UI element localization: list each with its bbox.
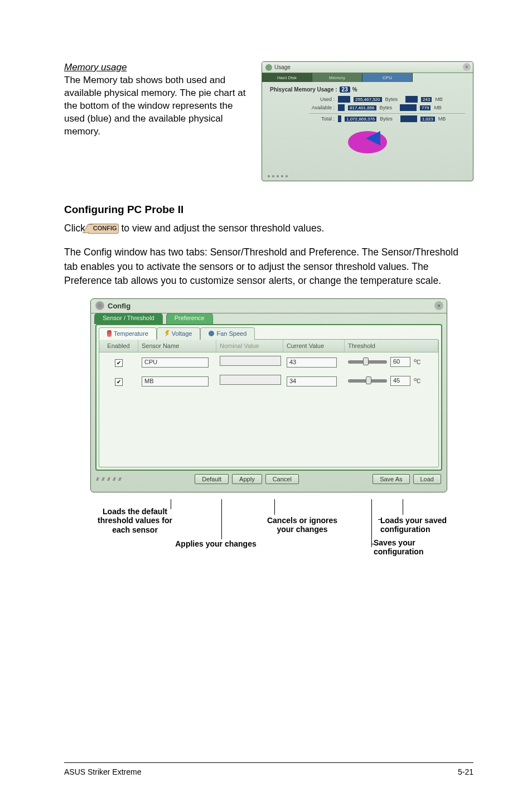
- sensor-name-field[interactable]: CPU: [142, 357, 209, 368]
- decorative-ticks: [96, 477, 121, 481]
- tab-harddisk[interactable]: Hard Disk: [262, 73, 312, 82]
- saveas-button[interactable]: Save As: [373, 474, 409, 484]
- config-subtabs: Temperature Voltage Fan Speed: [99, 327, 439, 340]
- close-icon[interactable]: ×: [463, 63, 471, 71]
- config-table-header: Enabled Sensor Name Nominal Value Curren…: [99, 340, 438, 352]
- sensor-name-field[interactable]: MB: [142, 376, 209, 386]
- gear-icon: [95, 301, 104, 310]
- pager-dots: [268, 175, 288, 177]
- usage-row-available: Available : 817,401,856 Bytes 779 MB: [309, 104, 465, 111]
- footer-right: 5-21: [458, 767, 473, 776]
- config-top-tabs: Sensor / Threshold Preference: [91, 313, 447, 324]
- subtab-voltage[interactable]: Voltage: [157, 327, 201, 340]
- cancel-button[interactable]: Cancel: [265, 474, 299, 484]
- annot-cancel: Cancels or ignores your changes: [263, 516, 341, 535]
- configuring-click-line: Click CONFIG to view and adjust the sens…: [64, 221, 473, 235]
- enabled-checkbox[interactable]: ✔: [115, 359, 123, 367]
- memory-pie-chart: [348, 125, 387, 153]
- subtab-temperature[interactable]: Temperature: [99, 327, 157, 340]
- phys-mem-usage-label: Phisycal Memory Usage : 23 %: [270, 86, 465, 93]
- current-value-field: 43: [287, 357, 337, 368]
- config-button-inline[interactable]: CONFIG: [88, 224, 119, 234]
- config-window: Config × Sensor / Threshold Preference T…: [90, 298, 447, 492]
- tab-memory[interactable]: Memory: [312, 73, 362, 82]
- table-row: ✔MB3445oC: [99, 371, 438, 390]
- usage-window: Usage × Hard Disk Memory CPU Phisycal Me…: [262, 61, 473, 181]
- threshold-slider[interactable]: [348, 379, 387, 383]
- tab-cpu[interactable]: CPU: [362, 73, 413, 82]
- table-row: ✔CPU4360oC: [99, 352, 438, 371]
- annot-apply: Applies your changes: [174, 539, 258, 549]
- annot-default: Loads the default threshold values for e…: [89, 507, 181, 535]
- usage-row-used: Used : 255,467,520 Bytes 243 MB: [309, 96, 465, 103]
- usage-title: Usage: [274, 64, 291, 70]
- enabled-checkbox[interactable]: ✔: [115, 378, 123, 386]
- nominal-value-field: [220, 375, 281, 385]
- config-title: Config: [108, 302, 130, 310]
- page-footer: ASUS Striker Extreme 5-21: [64, 762, 473, 776]
- subtab-fanspeed[interactable]: Fan Speed: [200, 327, 255, 340]
- threshold-field[interactable]: 45: [390, 376, 410, 386]
- nominal-value-field: [220, 356, 281, 366]
- unit-label: oC: [414, 376, 420, 384]
- default-button[interactable]: Default: [195, 474, 229, 484]
- usage-titlebar: Usage ×: [262, 62, 473, 73]
- usage-app-icon: [265, 64, 272, 71]
- tab-sensor-threshold[interactable]: Sensor / Threshold: [94, 313, 163, 324]
- tab-preference[interactable]: Preference: [166, 313, 213, 324]
- apply-button[interactable]: Apply: [232, 474, 262, 484]
- annot-load: Loads your saved configuration: [380, 516, 470, 535]
- load-button[interactable]: Load: [413, 474, 441, 484]
- voltage-icon: [165, 330, 170, 337]
- memory-usage-body: The Memory tab shows both used and avail…: [64, 75, 245, 137]
- memory-usage-text: Memory usage The Memory tab shows both u…: [64, 61, 250, 181]
- configuring-heading: Configuring PC Probe II: [64, 204, 473, 216]
- threshold-slider[interactable]: [348, 360, 387, 364]
- configuring-para2: The Config window has two tabs: Sensor/T…: [64, 245, 473, 288]
- close-icon[interactable]: ×: [434, 301, 443, 310]
- thermometer-icon: [107, 330, 112, 337]
- config-titlebar: Config ×: [91, 299, 447, 313]
- threshold-field[interactable]: 60: [390, 357, 410, 367]
- fan-icon: [209, 331, 214, 336]
- memory-usage-heading: Memory usage: [64, 62, 127, 73]
- footer-left: ASUS Striker Extreme: [64, 767, 141, 776]
- unit-label: oC: [414, 357, 420, 365]
- usage-tabs: Hard Disk Memory CPU: [262, 73, 473, 82]
- annot-saveas: Saves your configuration: [374, 538, 457, 557]
- usage-row-total: Total : 1,072,869,376 Bytes 1,023 MB: [309, 115, 465, 122]
- current-value-field: 34: [287, 376, 337, 386]
